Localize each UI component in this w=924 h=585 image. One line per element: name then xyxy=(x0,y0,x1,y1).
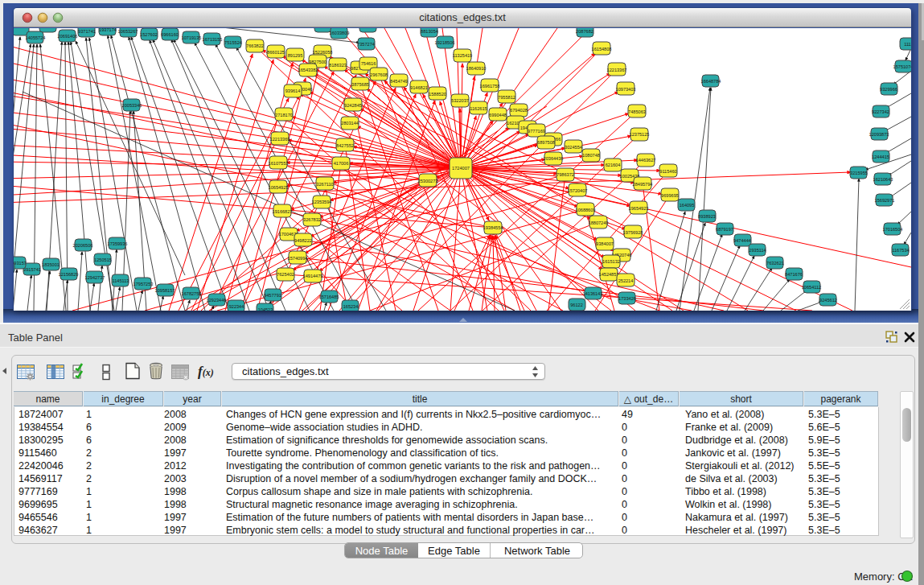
svg-text:2087682: 2087682 xyxy=(576,29,593,34)
svg-text:7955812: 7955812 xyxy=(498,95,515,100)
svg-text:939614: 939614 xyxy=(285,89,301,93)
svg-text:2967608: 2967608 xyxy=(370,72,388,77)
svg-text:18640910: 18640910 xyxy=(466,66,487,71)
svg-text:12213367: 12213367 xyxy=(607,68,627,72)
svg-text:252214: 252214 xyxy=(618,278,634,283)
svg-text:922344: 922344 xyxy=(229,304,244,309)
svg-text:1835001: 1835001 xyxy=(42,262,60,267)
svg-text:9371741: 9371741 xyxy=(78,29,96,34)
svg-text:7632621: 7632621 xyxy=(766,261,784,266)
svg-text:8471676: 8471676 xyxy=(785,272,803,277)
svg-text:16782759: 16782759 xyxy=(182,291,202,296)
svg-text:6966160: 6966160 xyxy=(161,32,179,37)
svg-text:7986372: 7986372 xyxy=(556,172,574,177)
svg-text:9498222: 9498222 xyxy=(294,238,312,243)
svg-text:16713155: 16713155 xyxy=(203,37,223,42)
svg-text:164095: 164095 xyxy=(680,203,695,208)
svg-text:1162615: 1162615 xyxy=(470,106,487,111)
svg-text:12942737: 12942737 xyxy=(85,275,105,280)
svg-text:8938923: 8938923 xyxy=(698,214,716,219)
svg-text:20364436: 20364436 xyxy=(544,156,564,161)
svg-text:20053346: 20053346 xyxy=(122,103,142,108)
svg-text:1080748: 1080748 xyxy=(582,153,600,158)
svg-text:15751074: 15751074 xyxy=(893,64,911,69)
svg-text:2803144: 2803144 xyxy=(341,121,359,126)
svg-text:9227342: 9227342 xyxy=(872,109,889,114)
svg-text:14055724: 14055724 xyxy=(26,35,46,40)
svg-text:10654112: 10654112 xyxy=(802,285,821,290)
svg-text:8813054: 8813054 xyxy=(421,29,438,34)
svg-text:1250515: 1250515 xyxy=(94,257,112,262)
svg-text:19218506: 19218506 xyxy=(435,40,455,45)
svg-text:17957253: 17957253 xyxy=(133,282,154,286)
svg-text:8186323: 8186323 xyxy=(329,63,347,68)
svg-text:14136141: 14136141 xyxy=(583,291,603,296)
svg-text:9245612: 9245612 xyxy=(819,298,837,303)
svg-text:16107553: 16107553 xyxy=(269,161,289,166)
svg-text:11325419: 11325419 xyxy=(453,53,472,58)
svg-text:3215955: 3215955 xyxy=(850,171,868,175)
svg-text:15226058: 15226058 xyxy=(313,50,333,55)
svg-text:19384554: 19384554 xyxy=(483,225,503,230)
svg-text:1937174: 1937174 xyxy=(99,28,117,32)
svg-text:3267832: 3267832 xyxy=(303,217,321,222)
svg-text:3267110: 3267110 xyxy=(316,182,333,187)
svg-text:621604: 621604 xyxy=(606,163,621,167)
svg-text:6897508: 6897508 xyxy=(537,140,555,145)
svg-text:19756928: 19756928 xyxy=(623,230,643,235)
svg-text:10688609: 10688609 xyxy=(576,208,596,212)
svg-text:9474444: 9474444 xyxy=(733,238,751,243)
svg-text:17016504: 17016504 xyxy=(883,227,903,232)
svg-text:7625402: 7625402 xyxy=(277,272,294,277)
svg-text:3024554: 3024554 xyxy=(565,145,582,150)
svg-text:6879197: 6879197 xyxy=(716,227,733,232)
svg-text:104523: 104523 xyxy=(258,307,273,311)
svg-text:8660125: 8660125 xyxy=(267,50,285,55)
svg-text:12093873: 12093873 xyxy=(869,132,889,137)
svg-text:1615132: 1615132 xyxy=(602,259,620,264)
svg-text:1167534: 1167534 xyxy=(892,248,909,253)
svg-text:9115460: 9115460 xyxy=(659,169,676,174)
svg-text:17359936: 17359936 xyxy=(108,241,128,246)
svg-text:16961758: 16961758 xyxy=(480,84,500,89)
svg-text:7357274: 7357274 xyxy=(357,42,375,47)
svg-text:1724007: 1724007 xyxy=(452,166,470,171)
svg-text:9777169: 9777169 xyxy=(528,129,545,134)
svg-text:7515524: 7515524 xyxy=(224,40,242,45)
svg-text:16154808: 16154808 xyxy=(592,47,612,51)
svg-text:18807249: 18807249 xyxy=(589,220,609,225)
svg-text:19654923: 19654923 xyxy=(629,206,649,211)
svg-text:16210643: 16210643 xyxy=(873,177,893,182)
svg-text:9699695: 9699695 xyxy=(661,193,679,198)
svg-text:12213369: 12213369 xyxy=(270,137,290,142)
svg-text:2718170: 2718170 xyxy=(275,113,293,117)
svg-text:10653267: 10653267 xyxy=(118,29,138,34)
svg-text:9329966: 9329966 xyxy=(880,87,897,92)
svg-text:8427552: 8427552 xyxy=(336,143,354,148)
svg-text:12923446: 12923446 xyxy=(207,298,227,303)
svg-text:14524851: 14524851 xyxy=(599,272,619,277)
svg-text:10654925: 10654925 xyxy=(269,185,289,190)
svg-text:15740994: 15740994 xyxy=(288,256,308,261)
svg-text:20206506: 20206506 xyxy=(73,243,93,248)
svg-text:1244415: 1244415 xyxy=(872,154,889,159)
svg-text:9242845: 9242845 xyxy=(344,103,362,108)
svg-text:16033809: 16033809 xyxy=(330,31,350,35)
svg-text:15720407: 15720407 xyxy=(568,188,588,193)
svg-text:14463627: 14463627 xyxy=(636,158,656,163)
svg-text:754616: 754616 xyxy=(361,61,376,66)
svg-text:16543382: 16543382 xyxy=(298,68,318,72)
svg-text:10958157: 10958157 xyxy=(155,288,175,293)
svg-text:9457791: 9457791 xyxy=(264,293,281,298)
svg-text:3875685: 3875685 xyxy=(351,82,369,87)
svg-text:14914479: 14914479 xyxy=(303,274,323,278)
svg-text:2935114: 2935114 xyxy=(749,248,766,253)
svg-text:9146821: 9146821 xyxy=(410,85,428,90)
svg-text:6990448: 6990448 xyxy=(489,113,507,117)
svg-text:1588520: 1588520 xyxy=(429,92,446,97)
svg-text:12353594: 12353594 xyxy=(312,200,332,204)
svg-text:1145113: 1145113 xyxy=(113,278,129,283)
svg-text:1112: 1112 xyxy=(904,42,911,47)
svg-text:5322037: 5322037 xyxy=(451,98,469,103)
svg-text:165234: 165234 xyxy=(343,304,359,309)
